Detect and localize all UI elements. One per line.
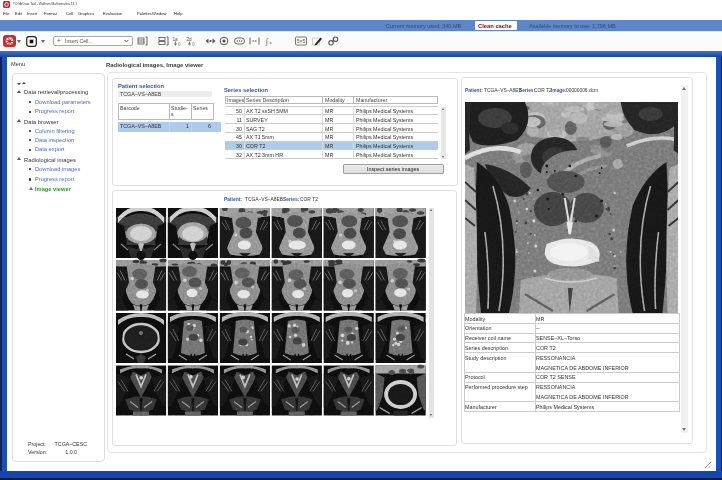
svg-text:5×5: 5×5 — [297, 38, 306, 44]
svg-text:(): () — [178, 41, 181, 46]
svg-text:x: x — [269, 40, 273, 45]
svg-text:∫: ∫ — [265, 37, 269, 46]
svg-text:(): () — [192, 41, 195, 46]
